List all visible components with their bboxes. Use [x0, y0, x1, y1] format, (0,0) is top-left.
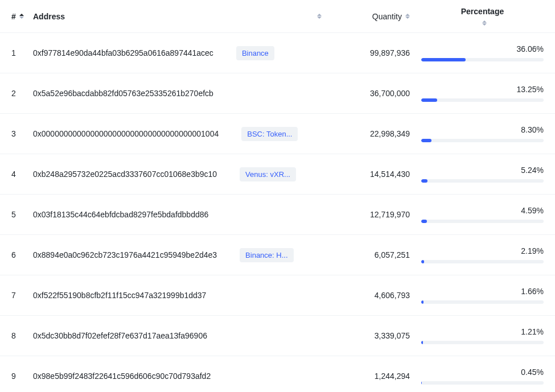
table-row: 60x8894e0a0c962cb723c1976a4421c95949be2d… — [0, 235, 555, 275]
rank-cell: 5 — [0, 210, 28, 219]
percentage-text: 0.45% — [521, 368, 544, 377]
address-tag[interactable]: Binance — [236, 46, 274, 60]
quantity-cell: 12,719,970 — [333, 210, 421, 219]
address-text[interactable]: 0xf522f55190b8cfb2f11f15cc947a321999b1dd… — [33, 291, 206, 300]
header-address-label: Address — [33, 12, 65, 21]
rank-cell: 4 — [0, 170, 28, 179]
table-row: 50x03f18135c44c64ebfdcbad8297fe5bdafdbbd… — [0, 195, 555, 235]
quantity-cell: 3,339,075 — [333, 331, 421, 340]
table-body: 10xf977814e90da44bfa03b6295a0616a897441a… — [0, 33, 555, 392]
header-quantity-label: Quantity — [372, 12, 402, 21]
address-cell: 0x5dc30bb8d7f02efef28f7e637d17aea13fa969… — [28, 331, 333, 340]
address-text[interactable]: 0xf977814e90da44bfa03b6295a0616a897441ac… — [33, 48, 213, 57]
address-text[interactable]: 0x98e5b99f2483f22641c596d606c90c70d793af… — [33, 372, 211, 381]
progress-bar — [421, 300, 544, 304]
quantity-cell: 14,514,430 — [333, 170, 421, 179]
percentage-text: 13.25% — [517, 85, 544, 94]
header-quantity[interactable]: Quantity — [333, 12, 421, 21]
address-text[interactable]: 0xb248a295732e0225acd3337607cc01068e3b9c… — [33, 170, 217, 179]
table-header-row: # Address Quantity Percentage — [0, 0, 555, 33]
progress-fill — [421, 220, 427, 223]
table-row: 20x5a52e96bacdabb82fd05763e25335261b270e… — [0, 73, 555, 114]
address-cell: 0x03f18135c44c64ebfdcbad8297fe5bdafdbbdd… — [28, 210, 333, 219]
percentage-cell: 0.45% — [421, 368, 555, 385]
address-cell: 0x98e5b99f2483f22641c596d606c90c70d793af… — [28, 372, 333, 381]
address-text[interactable]: 0x03f18135c44c64ebfdcbad8297fe5bdafdbbdd… — [33, 210, 208, 219]
quantity-cell: 36,700,000 — [333, 89, 421, 98]
sort-icon — [405, 14, 410, 19]
progress-fill — [421, 341, 423, 344]
address-cell: 0xf977814e90da44bfa03b6295a0616a897441ac… — [28, 46, 333, 60]
quantity-cell: 1,244,294 — [333, 372, 421, 381]
header-address[interactable]: Address — [28, 12, 333, 21]
progress-bar — [421, 260, 544, 263]
progress-bar — [421, 341, 544, 344]
percentage-text: 1.21% — [521, 327, 544, 336]
quantity-cell: 22,998,349 — [333, 129, 421, 138]
table-row: 10xf977814e90da44bfa03b6295a0616a897441a… — [0, 33, 555, 73]
percentage-cell: 13.25% — [421, 85, 555, 102]
holders-table: # Address Quantity Percentage — [0, 0, 555, 392]
table-row: 90x98e5b99f2483f22641c596d606c90c70d793a… — [0, 356, 555, 392]
sort-up-icon — [405, 14, 410, 16]
percentage-text: 36.06% — [517, 44, 544, 53]
sort-down-icon — [317, 16, 322, 19]
progress-bar — [421, 179, 544, 183]
rank-cell: 9 — [0, 372, 28, 381]
progress-fill — [421, 300, 424, 304]
header-rank-label: # — [11, 12, 16, 21]
rank-cell: 1 — [0, 48, 28, 57]
rank-cell: 6 — [0, 250, 28, 259]
percentage-cell: 1.21% — [421, 327, 555, 344]
percentage-text: 2.19% — [521, 246, 544, 255]
progress-fill — [421, 179, 427, 183]
progress-fill — [421, 260, 424, 263]
progress-bar — [421, 98, 544, 102]
progress-fill — [421, 58, 466, 61]
address-cell: 0xb248a295732e0225acd3337607cc01068e3b9c… — [28, 167, 333, 181]
header-rank[interactable]: # — [0, 12, 28, 21]
address-tag[interactable]: BSC: Token... — [241, 127, 298, 141]
progress-fill — [421, 139, 431, 142]
table-row: 40xb248a295732e0225acd3337607cc01068e3b9… — [0, 154, 555, 195]
rank-cell: 2 — [0, 89, 28, 98]
progress-fill — [421, 381, 422, 385]
quantity-cell: 6,057,251 — [333, 250, 421, 259]
progress-bar — [421, 58, 544, 61]
address-text[interactable]: 0x8894e0a0c962cb723c1976a4421c95949be2d4… — [33, 250, 217, 259]
sort-down-icon — [19, 16, 24, 19]
address-text[interactable]: 0x5a52e96bacdabb82fd05763e25335261b270ef… — [33, 89, 213, 98]
address-cell: 0x5a52e96bacdabb82fd05763e25335261b270ef… — [28, 89, 333, 98]
sort-down-icon — [405, 16, 410, 19]
rank-cell: 8 — [0, 331, 28, 340]
sort-icon — [482, 20, 487, 26]
header-percentage[interactable]: Percentage — [421, 7, 555, 26]
table-row: 30x0000000000000000000000000000000000001… — [0, 114, 555, 154]
sort-up-icon — [317, 14, 322, 16]
address-cell: 0x00000000000000000000000000000000000010… — [28, 127, 333, 141]
progress-bar — [421, 220, 544, 223]
sort-icon — [317, 14, 322, 19]
percentage-text: 1.66% — [521, 287, 544, 296]
quantity-cell: 99,897,936 — [333, 48, 421, 57]
percentage-cell: 4.59% — [421, 206, 555, 223]
address-text[interactable]: 0x00000000000000000000000000000000000010… — [33, 129, 219, 138]
address-tag[interactable]: Binance: H... — [240, 248, 293, 262]
address-tag[interactable]: Venus: vXR... — [240, 167, 296, 181]
table-row: 70xf522f55190b8cfb2f11f15cc947a321999b1d… — [0, 275, 555, 316]
percentage-text: 8.30% — [521, 125, 544, 134]
progress-bar — [421, 381, 544, 385]
rank-cell: 7 — [0, 291, 28, 300]
sort-up-icon — [19, 14, 24, 16]
percentage-cell: 8.30% — [421, 125, 555, 142]
progress-bar — [421, 139, 544, 142]
quantity-cell: 4,606,793 — [333, 291, 421, 300]
address-cell: 0xf522f55190b8cfb2f11f15cc947a321999b1dd… — [28, 291, 333, 300]
rank-cell: 3 — [0, 129, 28, 138]
progress-fill — [421, 98, 437, 102]
percentage-cell: 5.24% — [421, 166, 555, 183]
percentage-cell: 36.06% — [421, 44, 555, 61]
address-text[interactable]: 0x5dc30bb8d7f02efef28f7e637d17aea13fa969… — [33, 331, 207, 340]
sort-icon — [19, 14, 24, 19]
sort-down-icon — [482, 23, 487, 26]
